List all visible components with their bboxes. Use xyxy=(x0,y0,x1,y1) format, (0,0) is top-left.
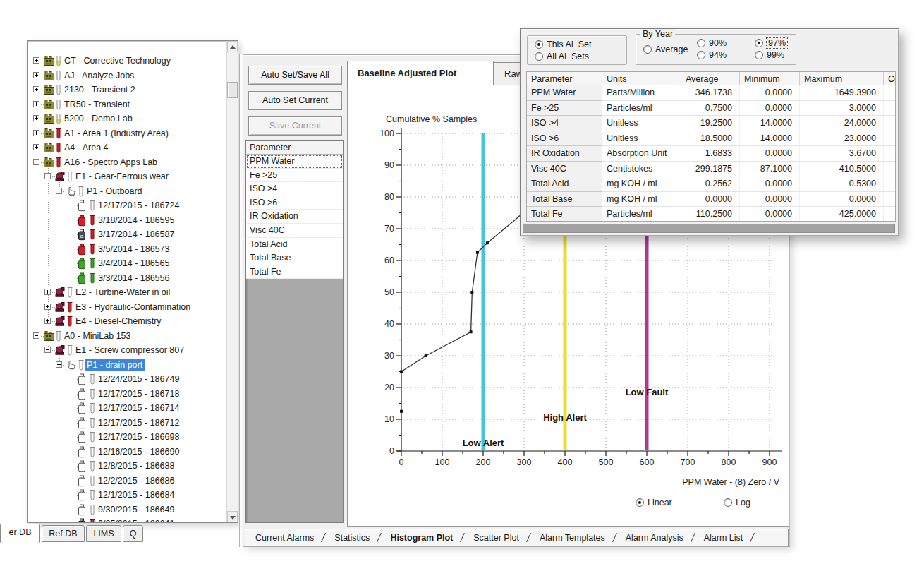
expand-box-icon[interactable] xyxy=(33,57,39,64)
tree-item-label[interactable]: E4 - Diesel-Chemistry xyxy=(73,316,164,327)
tab-q[interactable]: Q xyxy=(123,525,143,542)
column-header-cou[interactable]: Cou xyxy=(884,72,896,85)
tree-item[interactable]: CT - Corrective Technology xyxy=(28,54,226,68)
parameter-item-iso-6[interactable]: ISO >6 xyxy=(246,196,343,210)
tree-item-label[interactable]: 12/2/2015 - 186686 xyxy=(96,475,176,486)
tree-item[interactable]: A1 - Area 1 (Industry Area) xyxy=(28,126,226,140)
expand-box-icon[interactable] xyxy=(33,101,39,107)
tree-item[interactable]: 3/18/2014 - 186595 xyxy=(28,213,226,227)
tree-item[interactable]: TR50 - Transient xyxy=(28,97,226,112)
tree-item-label[interactable]: CT - Corrective Technology xyxy=(62,55,173,66)
tree-item-label[interactable]: E1 - Gear-Ferrous wear xyxy=(73,171,171,182)
tab-baseline-adjusted-plot[interactable]: Baseline Adjusted Plot xyxy=(347,61,494,85)
scroll-down-icon[interactable] xyxy=(227,511,238,522)
this-al-set-radio[interactable]: This AL Set xyxy=(535,40,591,49)
linear-scale-radio[interactable]: Linear xyxy=(636,498,672,508)
parameter-item-total-base[interactable]: Total Base xyxy=(246,251,343,265)
tree-item[interactable]: E2 - Turbine-Water in oil xyxy=(28,285,226,299)
tree-item[interactable]: 2130 - Transient 2 xyxy=(28,83,226,97)
average-radio[interactable]: Average xyxy=(643,44,688,54)
tree-item-label[interactable]: P1 - drain port xyxy=(85,359,145,371)
tree-item-label[interactable]: TR50 - Transient xyxy=(62,99,132,110)
tree-item-label[interactable]: 3/5/2014 - 186573 xyxy=(96,244,171,255)
tree-item[interactable]: P1 - Outboard xyxy=(28,184,226,198)
tree-item[interactable]: 12/17/2015 - 186724 xyxy=(28,198,226,212)
tab-alarm-list[interactable]: Alarm List xyxy=(704,533,743,543)
tree-item-label[interactable]: 9/30/2015 - 186649 xyxy=(96,504,176,515)
percent-90-radio[interactable]: 90% xyxy=(697,38,727,48)
tree-item[interactable]: A4 - Area 4 xyxy=(28,140,226,155)
expand-box-icon[interactable] xyxy=(44,318,51,324)
tab-scatter-plot[interactable]: Scatter Plot xyxy=(473,533,519,543)
tree-item[interactable]: 12/17/2015 - 186698 xyxy=(28,430,226,444)
expand-box-icon[interactable] xyxy=(33,72,39,78)
tree-item-label[interactable]: A4 - Area 4 xyxy=(62,142,111,153)
column-header-units[interactable]: Units xyxy=(602,72,681,85)
tree-item-label[interactable]: E2 - Turbine-Water in oil xyxy=(73,287,172,298)
expand-box-icon[interactable] xyxy=(44,289,51,295)
expand-box-icon[interactable] xyxy=(33,130,39,136)
tree-item[interactable]: 12/17/2015 - 186718 xyxy=(28,387,226,401)
log-scale-radio[interactable]: Log xyxy=(724,498,750,508)
tree-item[interactable]: AJ - Analyze Jobs xyxy=(28,68,226,83)
tree-item-label[interactable]: 12/17/2015 - 186724 xyxy=(96,200,181,211)
tree-item[interactable]: A0 - MiniLab 153 xyxy=(28,329,226,343)
tree-item-label[interactable]: 12/1/2015 - 186684 xyxy=(96,489,176,500)
collapse-box-icon[interactable] xyxy=(33,332,39,339)
tab-lims[interactable]: LIMS xyxy=(86,525,121,542)
tree-item-label[interactable]: 12/24/2015 - 186749 xyxy=(96,373,181,385)
tree-item[interactable]: 5200 - Demo Lab xyxy=(28,112,226,126)
collapse-box-icon[interactable] xyxy=(33,159,39,165)
auto-set-current-button[interactable]: Auto Set Current xyxy=(248,91,342,110)
column-header-average[interactable]: Average xyxy=(681,72,740,85)
tree-item-label[interactable]: 5200 - Demo Lab xyxy=(62,113,135,124)
tree-item-label[interactable]: 12/8/2015 - 186688 xyxy=(96,460,176,472)
expand-box-icon[interactable] xyxy=(44,304,51,310)
column-header-parameter[interactable]: Parameter xyxy=(527,72,602,85)
tree-item-label[interactable]: 3/18/2014 - 186595 xyxy=(96,215,176,226)
tree-item[interactable]: 12/17/2015 - 186714 xyxy=(28,401,226,415)
tree-item-label[interactable]: A16 - Spectro Apps Lab xyxy=(62,157,159,168)
tree-item[interactable]: 12/1/2015 - 186684 xyxy=(28,488,226,502)
tree-item[interactable]: E4 - Diesel-Chemistry xyxy=(28,314,226,328)
tab-histogram-plot[interactable]: Histogram Plot xyxy=(390,533,453,543)
tab-current-alarms[interactable]: Current Alarms xyxy=(255,533,314,543)
parameter-item-total-fe[interactable]: Total Fe xyxy=(246,265,343,280)
tab-alarm-templates[interactable]: Alarm Templates xyxy=(540,533,605,543)
tree-item[interactable]: A16 - Spectro Apps Lab xyxy=(28,155,226,169)
expand-box-icon[interactable] xyxy=(33,115,39,121)
parameter-item-fe-25[interactable]: Fe >25 xyxy=(246,169,343,183)
tree-item[interactable]: 3/4/2014 - 186565 xyxy=(28,256,226,270)
tree-item[interactable]: E1 - Screw compressor 807 xyxy=(28,343,226,357)
percent-99-radio[interactable]: 99% xyxy=(755,50,784,60)
tree-item-label[interactable]: 3/17/2014 - 186587 xyxy=(96,229,176,240)
tab-ref-db[interactable]: Ref DB xyxy=(42,525,85,542)
scroll-up-icon[interactable] xyxy=(227,41,238,52)
collapse-box-icon[interactable] xyxy=(44,173,51,179)
tree-item[interactable]: 12/16/2015 - 186690 xyxy=(28,445,226,459)
tree-item-label[interactable]: 12/17/2015 - 186698 xyxy=(96,431,181,443)
parameter-item-total-acid[interactable]: Total Acid xyxy=(246,238,343,252)
tree-item[interactable]: 12/8/2015 - 186688 xyxy=(28,459,226,473)
tab-statistics[interactable]: Statistics xyxy=(334,533,370,543)
tree-item-label[interactable]: 9/25/2015 - 186641 xyxy=(96,518,176,522)
tree-item[interactable]: 3/3/2014 - 186556 xyxy=(28,271,226,285)
tree-item[interactable]: a3/17/2014 - 186587 xyxy=(28,227,226,241)
tree-item-label[interactable]: 12/17/2015 - 186714 xyxy=(96,402,181,414)
tree-item-label[interactable]: 12/16/2015 - 186690 xyxy=(96,446,181,457)
tree-scrollbar[interactable] xyxy=(226,41,238,522)
expand-box-icon[interactable] xyxy=(33,86,39,92)
tree-item[interactable]: 3/5/2014 - 186573 xyxy=(28,242,226,256)
tree-item-label[interactable]: 3/4/2014 - 186565 xyxy=(96,258,171,269)
tree-item[interactable]: 12/17/2015 - 186712 xyxy=(28,416,226,430)
tree-item[interactable]: 12/24/2015 - 186749 xyxy=(28,372,226,386)
tree-item-label[interactable]: A1 - Area 1 (Industry Area) xyxy=(62,128,171,139)
tree-item-label[interactable]: AJ - Analyze Jobs xyxy=(62,70,136,81)
tree-item-label[interactable]: 3/3/2014 - 186556 xyxy=(96,272,171,284)
tree-item-label[interactable]: A0 - MiniLab 153 xyxy=(62,330,133,342)
tree-item-label[interactable]: 12/17/2015 - 186718 xyxy=(96,388,181,400)
tab-alarm-analysis[interactable]: Alarm Analysis xyxy=(626,533,683,543)
parameter-item-visc-40c[interactable]: Visc 40C xyxy=(246,224,343,238)
tree-item-label[interactable]: 12/17/2015 - 186712 xyxy=(96,417,181,428)
parameter-item-iso-4[interactable]: ISO >4 xyxy=(246,182,343,196)
